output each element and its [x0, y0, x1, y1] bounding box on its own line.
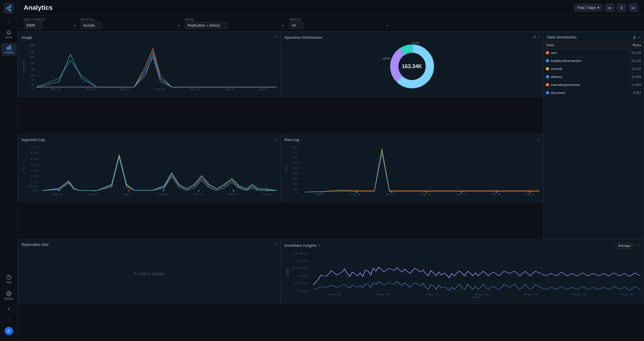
- tables-select[interactable]: All: [289, 22, 303, 29]
- table-dist-panel-controls: ◑ ⤢: [632, 35, 641, 39]
- table-name-text: document: [551, 91, 565, 95]
- sidebar-divider: [9, 317, 9, 323]
- svg-text:May 21: May 21: [620, 293, 634, 296]
- table-icon[interactable]: ⊞: [533, 35, 536, 39]
- mode-filter-label: Mode: [185, 18, 286, 21]
- svg-point-93: [356, 191, 358, 193]
- table-name-cell: manualsegmentuser: [546, 83, 580, 87]
- svg-point-61: [198, 190, 199, 191]
- svg-text:May 19: May 19: [190, 88, 200, 91]
- svg-point-63: [267, 190, 268, 191]
- svg-text:600: 600: [292, 177, 297, 180]
- time-range-button[interactable]: Past 7 days ▾: [574, 4, 603, 12]
- svg-text:May 15: May 15: [327, 293, 341, 296]
- svg-text:May 19: May 19: [193, 193, 203, 196]
- aggregation-value: Average: [618, 244, 630, 247]
- deployment-filter-group: Deployment IDMS: [24, 18, 77, 29]
- replication-no-data: No data to display.: [22, 249, 277, 298]
- ingestion-panel-expand[interactable]: ⤢: [274, 137, 277, 141]
- sidebar-item-analytics[interactable]: Analytics: [1, 43, 17, 56]
- svg-text:400: 400: [292, 182, 297, 185]
- table-name-text: address: [551, 75, 562, 79]
- expand-icon[interactable]: ⤢: [274, 35, 277, 39]
- table-dist-header: Table Rows: [544, 41, 644, 49]
- svg-text:May 16: May 16: [350, 193, 360, 196]
- usage-panel-controls[interactable]: ⤢: [274, 35, 277, 39]
- svg-point-98: [529, 191, 531, 193]
- svg-text:2K: 2K: [31, 83, 35, 86]
- rewind-button[interactable]: ⏮: [605, 4, 614, 12]
- mode-select[interactable]: Replication + History: [185, 22, 228, 29]
- deployment-filter-label: Deployment: [24, 18, 77, 21]
- svg-text:12K: 12K: [29, 56, 35, 59]
- snowflake-expand-icon[interactable]: ⤢: [637, 244, 640, 248]
- svg-text:May 16: May 16: [377, 293, 390, 296]
- aggregation-select[interactable]: Average ▾: [616, 243, 635, 249]
- help-icon[interactable]: ?: [318, 244, 321, 247]
- table-color-indicator: [546, 91, 549, 94]
- snowflake-chart-svg: 2.5 secs 2 secs 1.5 secs 1 sec 0.5 sec 0…: [284, 250, 640, 300]
- sidebar-item-home-label: Home: [5, 36, 12, 39]
- pause-button[interactable]: ⏸: [617, 4, 626, 12]
- snowflake-panel-controls: Average ▾ ⤢: [616, 243, 640, 249]
- svg-text:1.8K: 1.8K: [291, 146, 298, 148]
- deployment-filter-wrapper: IDMS: [24, 22, 77, 29]
- expand-icon[interactable]: ⤢: [274, 137, 277, 141]
- time-range-label: Past 7 days: [577, 6, 596, 10]
- usage-chart-area: 16K 14K 12K 10K 8K 6K 4K 2K 0 Rows synce…: [22, 42, 277, 91]
- usage-chart-svg: 16K 14K 12K 10K 8K 6K 4K 2K 0 Rows synce…: [22, 42, 277, 91]
- svg-text:4K: 4K: [31, 79, 35, 81]
- tables-filter-wrapper: All: [289, 22, 390, 29]
- svg-point-57: [58, 190, 60, 191]
- table-color-indicator: [546, 51, 549, 54]
- sidebar-item-home[interactable]: Home: [1, 28, 17, 41]
- row-lag-panel-expand[interactable]: ⤢: [537, 137, 540, 141]
- rows-col-header: Rows: [633, 43, 641, 47]
- svg-point-9: [8, 293, 9, 294]
- svg-text:14K: 14K: [29, 50, 35, 53]
- svg-text:May 18: May 18: [155, 88, 165, 91]
- deployment-select[interactable]: IDMS: [24, 22, 43, 29]
- svg-text:800: 800: [292, 172, 297, 174]
- backfill-select[interactable]: Include: [81, 22, 102, 29]
- sidebar-item-settings[interactable]: Settings: [1, 289, 17, 302]
- app-logo[interactable]: [4, 3, 14, 14]
- table-rows-value: 9,567: [633, 91, 641, 95]
- svg-text:0.5 sec: 0.5 sec: [294, 282, 308, 285]
- svg-text:6K: 6K: [31, 74, 35, 77]
- svg-text:Duration: Duration: [285, 268, 289, 276]
- avatar[interactable]: C: [5, 327, 13, 335]
- header: Analytics Past 7 days ▾ ⏮ ⏸ ⏭: [18, 0, 644, 16]
- replication-slot-panel-title: Replication Slot: [22, 243, 277, 247]
- sidebar-item-help-label: Help: [6, 281, 12, 284]
- svg-point-94: [391, 191, 393, 193]
- svg-text:May 21: May 21: [259, 88, 268, 91]
- svg-text:May 17: May 17: [123, 193, 133, 196]
- table-name-cell: user: [546, 51, 557, 55]
- table-color-indicator: [546, 75, 549, 78]
- main-content: Analytics Past 7 days ▾ ⏮ ⏸ ⏭ Deployment…: [18, 0, 644, 341]
- svg-text:May 21: May 21: [525, 193, 535, 196]
- operation-distribution-panel: Operation Distribution ⊞ ⤢ create update: [281, 32, 543, 97]
- pie-chart-icon[interactable]: ◑: [632, 35, 636, 39]
- row-lag-chart-area: 1.8K 1.6K 1.4K 1.2K 1K 800 600 400 200 0…: [284, 144, 539, 196]
- theme-toggle-icon[interactable]: ☀: [5, 305, 12, 313]
- page-title: Analytics: [24, 4, 53, 12]
- forward-button[interactable]: ⏭: [629, 4, 638, 12]
- sidebar-item-help[interactable]: Help: [1, 273, 17, 286]
- replication-panel-expand[interactable]: ⤢: [274, 242, 277, 246]
- svg-text:1.5 secs: 1.5 secs: [292, 267, 308, 270]
- svg-point-97: [496, 191, 497, 193]
- row-lag-panel-title: Row Lag: [284, 138, 539, 142]
- expand-icon[interactable]: ⤢: [274, 242, 277, 246]
- op-dist-panel-controls[interactable]: ⊞ ⤢: [533, 35, 540, 39]
- expand-icon[interactable]: ⤢: [537, 137, 540, 141]
- sidebar-collapse-icon[interactable]: ›: [6, 18, 12, 24]
- svg-point-92: [321, 191, 323, 193]
- table-dist-expand-icon[interactable]: ⤢: [637, 35, 641, 39]
- expand-icon[interactable]: ⤢: [537, 35, 540, 39]
- svg-text:3.3 hrs: 3.3 hrs: [31, 158, 39, 160]
- svg-text:Rows synced: Rows synced: [22, 60, 25, 73]
- svg-text:1.4K: 1.4K: [291, 156, 298, 159]
- svg-text:Time: Time: [155, 196, 162, 196]
